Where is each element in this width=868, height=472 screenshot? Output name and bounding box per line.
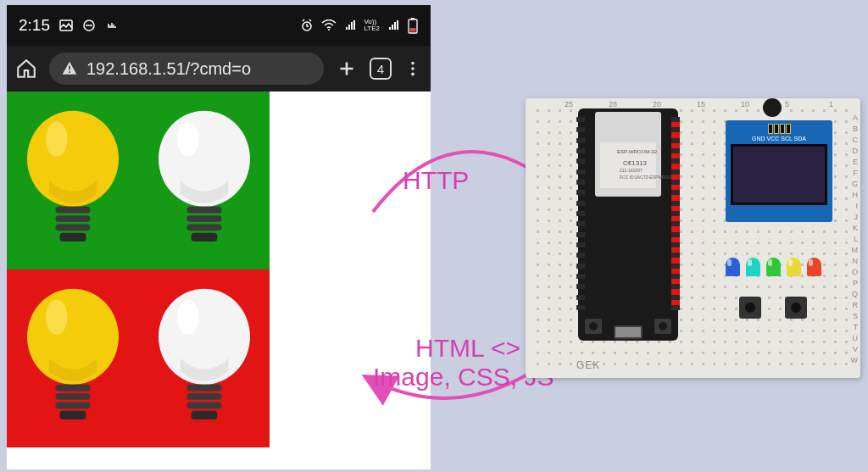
row-label: O <box>852 268 858 276</box>
oled-module: GND VCC SCL SDA <box>726 120 832 222</box>
oled-pins-label: GND VCC SCL SDA <box>726 136 832 142</box>
dnd-icon <box>82 19 96 32</box>
board-label: GEK <box>576 359 600 371</box>
ce-label: C€1313 <box>623 159 647 167</box>
led-green <box>766 258 781 276</box>
svg-point-10 <box>411 62 415 65</box>
row-label: R <box>853 301 859 309</box>
row-label: U <box>853 334 859 342</box>
alarm-icon <box>300 19 314 32</box>
row-label: Q <box>852 290 858 298</box>
url-text: 192.168.1.51/?cmd=o <box>86 59 251 79</box>
battery-icon <box>407 17 419 34</box>
esp-id: 211-161007 <box>620 168 643 173</box>
row-label: A <box>853 114 858 122</box>
svg-rect-36 <box>191 411 217 419</box>
home-icon[interactable] <box>15 58 37 80</box>
html-label: HTML <> <box>415 334 520 363</box>
svg-rect-34 <box>186 393 221 400</box>
svg-rect-21 <box>186 207 221 214</box>
bulb-off-red[interactable] <box>138 269 270 447</box>
en-button[interactable] <box>654 319 671 334</box>
led-cyan <box>746 258 760 276</box>
row-label: N <box>853 257 859 265</box>
lte-label: Vo))LTE2 <box>364 19 380 32</box>
svg-point-4 <box>328 29 330 31</box>
svg-rect-8 <box>69 66 70 70</box>
row-label: G <box>852 180 858 188</box>
svg-rect-15 <box>55 207 90 214</box>
pin-label: 5 <box>785 100 789 108</box>
row-label: B <box>853 125 858 133</box>
wifi-icon <box>321 19 337 31</box>
row-label: I <box>855 202 858 210</box>
svg-rect-22 <box>186 215 221 222</box>
svg-point-32 <box>176 300 198 335</box>
row-label: J <box>854 213 859 221</box>
svg-rect-6 <box>411 18 415 19</box>
svg-rect-33 <box>186 385 221 391</box>
dev-board: GEK ESP-WROOM-32 C€1313 211-161007 FCC I… <box>526 98 860 378</box>
row-label: S <box>853 312 858 320</box>
pin-label: 15 <box>697 100 705 108</box>
row-label: P <box>853 279 858 287</box>
svg-rect-24 <box>191 233 217 242</box>
status-bar: 2:15 Vo))LTE2 <box>7 5 431 46</box>
svg-point-26 <box>45 300 67 335</box>
capacitor <box>763 98 782 117</box>
led-blue <box>726 258 740 276</box>
row-label: W <box>851 356 859 364</box>
row-label: T <box>854 323 859 331</box>
row-label: C <box>853 136 859 144</box>
usb-port <box>614 325 643 339</box>
esp-name: ESP-WROOM-32 <box>617 149 657 154</box>
svg-rect-18 <box>59 233 86 242</box>
pin-label: 25 <box>565 100 573 108</box>
svg-point-11 <box>411 67 415 70</box>
led-yellow <box>787 258 801 276</box>
url-bar[interactable]: 192.168.1.51/?cmd=o <box>49 53 324 85</box>
push-button-1[interactable] <box>739 297 761 319</box>
signal-2-icon <box>387 19 399 31</box>
svg-rect-9 <box>69 71 70 73</box>
image-icon <box>59 19 73 32</box>
tab-count[interactable]: 4 <box>370 58 392 80</box>
svg-rect-35 <box>186 402 221 408</box>
pin-label: 1 <box>829 100 833 108</box>
signal-icon <box>344 19 356 31</box>
esp32-module: ESP-WROOM-32 C€1313 211-161007 FCC ID:2A… <box>578 108 678 341</box>
svg-point-20 <box>176 122 198 157</box>
svg-point-14 <box>45 122 67 157</box>
row-label: F <box>854 169 859 177</box>
http-label: HTTP <box>403 166 469 195</box>
row-label: K <box>853 224 858 232</box>
row-label: V <box>853 345 858 353</box>
browser-bar: 192.168.1.51/?cmd=o 4 <box>7 46 431 92</box>
led-red <box>807 258 821 276</box>
push-button-2[interactable] <box>785 297 807 319</box>
row-label: M <box>852 246 859 254</box>
svg-rect-7 <box>410 28 416 32</box>
clock: 2:15 <box>19 16 50 35</box>
row-label: E <box>853 158 858 166</box>
new-tab-icon[interactable] <box>336 58 358 80</box>
bulb-on-red[interactable] <box>7 269 138 447</box>
svg-rect-27 <box>55 385 90 391</box>
warning-icon <box>61 60 78 77</box>
bulb-off-green[interactable] <box>138 92 270 269</box>
row-label: L <box>854 235 858 243</box>
svg-rect-17 <box>55 224 90 230</box>
bulb-grid <box>7 92 270 447</box>
pin-label: 20 <box>653 100 661 108</box>
boot-button[interactable] <box>585 319 602 334</box>
oled-screen <box>731 144 827 205</box>
bulb-on-green[interactable] <box>7 92 138 269</box>
pin-label: 10 <box>741 100 749 108</box>
svg-rect-23 <box>186 224 221 230</box>
row-label: D <box>853 147 859 155</box>
row-label: H <box>853 191 859 199</box>
svg-rect-29 <box>55 402 90 408</box>
menu-icon[interactable] <box>403 59 422 78</box>
vibrate-icon <box>105 19 119 31</box>
svg-rect-28 <box>55 393 90 400</box>
